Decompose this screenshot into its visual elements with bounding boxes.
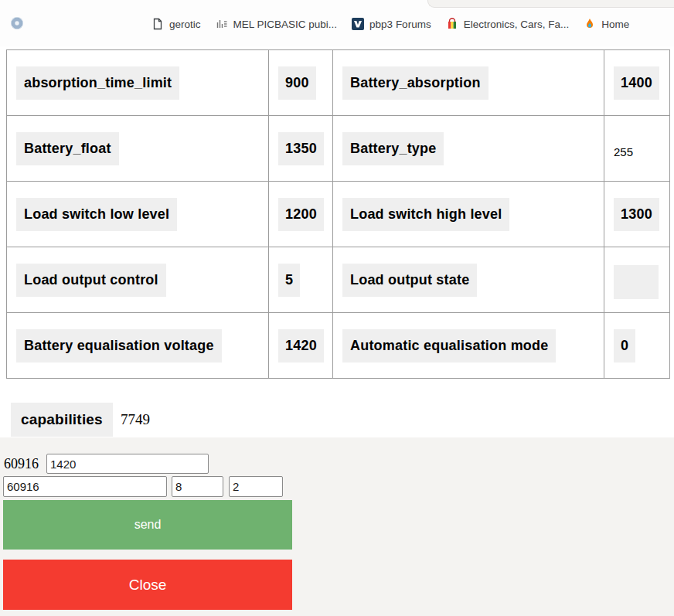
tab-strip-edge xyxy=(427,0,674,8)
extension-icon[interactable] xyxy=(11,17,23,29)
bookmark-mel-picbasic[interactable]: MEL PICBASIC pubi... xyxy=(216,18,338,30)
pbp-logo-icon xyxy=(352,18,364,30)
bookmark-label: pbp3 Forums xyxy=(369,19,431,30)
param-value: 1350 xyxy=(278,132,324,165)
browser-toolbar: gerotic MEL PICBASIC pubi... pbp3 Forums xyxy=(0,0,674,46)
chart-icon xyxy=(216,18,228,30)
bookmark-pbp3-forums[interactable]: pbp3 Forums xyxy=(352,18,431,30)
param-label: Battery_float xyxy=(16,132,119,165)
param-value-empty xyxy=(614,265,659,299)
type-input[interactable] xyxy=(172,476,223,497)
close-button[interactable]: Close xyxy=(3,560,292,610)
send-button[interactable]: send xyxy=(3,500,292,550)
param-label: Load switch low level xyxy=(16,198,177,231)
param-label: Load output state xyxy=(342,264,477,297)
register-number-label: 60916 xyxy=(4,456,39,472)
shopping-bag-icon xyxy=(446,18,458,30)
table-row: Load output control 5 Load output state xyxy=(7,247,670,313)
page-icon xyxy=(151,18,164,30)
param-value: 5 xyxy=(278,264,300,297)
registers-table: absorption_time_limit 900 Battery_absorp… xyxy=(6,49,670,379)
register-input[interactable] xyxy=(3,476,167,497)
capabilities-value: 7749 xyxy=(121,411,150,428)
bookmark-label: MEL PICBASIC pubi... xyxy=(233,19,338,30)
capabilities-label: capabilities xyxy=(11,403,113,437)
table-row: absorption_time_limit 900 Battery_absorp… xyxy=(7,50,670,116)
bookmark-label: Home xyxy=(601,19,629,30)
param-label: Battery_absorption xyxy=(342,66,488,100)
capabilities-row: capabilities 7749 xyxy=(11,403,150,437)
param-value: 1400 xyxy=(614,66,659,100)
bookmark-label: Electronics, Cars, Fa... xyxy=(464,19,570,30)
mode-input[interactable] xyxy=(229,476,283,497)
table-row: Load switch low level 1200 Load switch h… xyxy=(7,182,670,247)
bookmark-gerotic[interactable]: gerotic xyxy=(151,18,201,30)
bookmark-home[interactable]: Home xyxy=(584,18,629,30)
param-value: 1420 xyxy=(278,329,324,362)
table-row: Battery equalisation voltage 1420 Automa… xyxy=(7,313,670,379)
param-value: 0 xyxy=(614,329,635,362)
param-value: 1200 xyxy=(278,198,324,231)
param-value: 1300 xyxy=(614,198,659,231)
table-row: Battery_float 1350 Battery_type 255 xyxy=(7,116,670,182)
param-label: Battery_type xyxy=(342,132,444,165)
bookmark-electronics[interactable]: Electronics, Cars, Fa... xyxy=(446,18,570,30)
param-value: 900 xyxy=(278,66,316,100)
bookmarks-bar: gerotic MEL PICBASIC pubi... pbp3 Forums xyxy=(151,15,674,33)
value-input[interactable] xyxy=(46,454,209,474)
flame-icon xyxy=(584,18,596,30)
param-label: Battery equalisation voltage xyxy=(16,329,222,362)
param-value: 255 xyxy=(614,145,633,158)
param-label: Load output control xyxy=(16,264,166,297)
bookmark-label: gerotic xyxy=(169,19,201,30)
param-label: absorption_time_limit xyxy=(16,66,179,100)
param-label: Load switch high level xyxy=(342,198,509,231)
param-label: Automatic equalisation mode xyxy=(342,329,556,362)
